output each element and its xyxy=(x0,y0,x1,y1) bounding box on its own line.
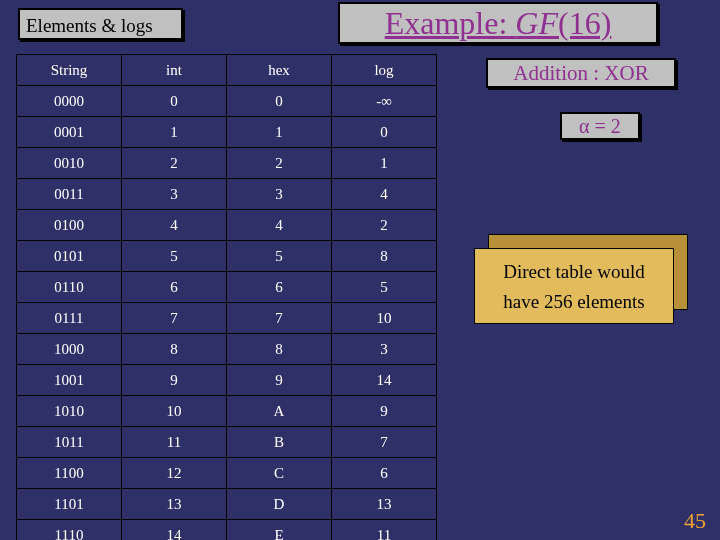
direct-line1: Direct table would xyxy=(475,257,673,287)
table-row: 0011334 xyxy=(17,179,437,210)
table-cell: 6 xyxy=(332,458,437,489)
col-log: log xyxy=(332,55,437,86)
table-cell: 4 xyxy=(332,179,437,210)
col-string: String xyxy=(17,55,122,86)
table-row: 0001110 xyxy=(17,117,437,148)
table-cell: 0 xyxy=(332,117,437,148)
table-cell: 9 xyxy=(227,365,332,396)
direct-table-front: Direct table would have 256 elements xyxy=(474,248,674,324)
table-cell: 10 xyxy=(122,396,227,427)
table-row: 111014E11 xyxy=(17,520,437,541)
table-row: 0110665 xyxy=(17,272,437,303)
table-row: 0101558 xyxy=(17,241,437,272)
table-cell: 0110 xyxy=(17,272,122,303)
table-cell: 8 xyxy=(122,334,227,365)
table-row: 0010221 xyxy=(17,148,437,179)
table-cell: 0111 xyxy=(17,303,122,334)
table-cell: 6 xyxy=(227,272,332,303)
table-cell: 14 xyxy=(332,365,437,396)
table-header-row: String int hex log xyxy=(17,55,437,86)
table-cell: 13 xyxy=(332,489,437,520)
table-cell: 0101 xyxy=(17,241,122,272)
table-cell: D xyxy=(227,489,332,520)
table-cell: 1010 xyxy=(17,396,122,427)
table-cell: 2 xyxy=(122,148,227,179)
table-cell: 9 xyxy=(122,365,227,396)
title-paren: (16) xyxy=(558,5,611,41)
table-row: 101010A9 xyxy=(17,396,437,427)
table-cell: 9 xyxy=(332,396,437,427)
title-gf: GF xyxy=(515,5,558,41)
page-number: 45 xyxy=(684,508,706,534)
table-cell: C xyxy=(227,458,332,489)
table-cell: 0011 xyxy=(17,179,122,210)
direct-line2: have 256 elements xyxy=(475,287,673,317)
table-row: 000000-∞ xyxy=(17,86,437,117)
table-cell: 11 xyxy=(332,520,437,541)
title-example: Example: xyxy=(385,5,516,41)
table-cell: 0100 xyxy=(17,210,122,241)
direct-table-box: Direct table would have 256 elements xyxy=(474,234,694,330)
col-int: int xyxy=(122,55,227,86)
table-cell: 1110 xyxy=(17,520,122,541)
table-cell: 1101 xyxy=(17,489,122,520)
col-hex: hex xyxy=(227,55,332,86)
table-cell: 10 xyxy=(332,303,437,334)
table-cell: 5 xyxy=(227,241,332,272)
title-box: Example: GF(16) xyxy=(338,2,658,44)
table-cell: 13 xyxy=(122,489,227,520)
table-cell: 7 xyxy=(227,303,332,334)
table-cell: 1011 xyxy=(17,427,122,458)
table-cell: 0000 xyxy=(17,86,122,117)
slide: Elements & logs Example: GF(16) Addition… xyxy=(0,0,720,540)
table-cell: 0 xyxy=(122,86,227,117)
gf-table-head: String int hex log xyxy=(17,55,437,86)
gf-table-body: 000000-∞00011100010221001133401004420101… xyxy=(17,86,437,541)
table-cell: 7 xyxy=(332,427,437,458)
table-row: 10019914 xyxy=(17,365,437,396)
table-cell: 1 xyxy=(122,117,227,148)
table-cell: 0001 xyxy=(17,117,122,148)
table-row: 101111B7 xyxy=(17,427,437,458)
table-cell: 1 xyxy=(227,117,332,148)
table-cell: 0 xyxy=(227,86,332,117)
table-cell: B xyxy=(227,427,332,458)
table-cell: 4 xyxy=(122,210,227,241)
table-row: 110113D13 xyxy=(17,489,437,520)
table-cell: E xyxy=(227,520,332,541)
table-cell: 1001 xyxy=(17,365,122,396)
elements-label-box: Elements & logs xyxy=(18,8,183,40)
table-row: 110012C6 xyxy=(17,458,437,489)
table-cell: 0010 xyxy=(17,148,122,179)
table-cell: 8 xyxy=(227,334,332,365)
table-cell: 2 xyxy=(332,210,437,241)
table-cell: 1 xyxy=(332,148,437,179)
table-cell: 3 xyxy=(227,179,332,210)
table-cell: 5 xyxy=(332,272,437,303)
gf-table: String int hex log 000000-∞0001110001022… xyxy=(16,54,437,540)
table-cell: 1100 xyxy=(17,458,122,489)
table-row: 0100442 xyxy=(17,210,437,241)
table-cell: A xyxy=(227,396,332,427)
table-row: 01117710 xyxy=(17,303,437,334)
table-cell: 8 xyxy=(332,241,437,272)
table-row: 1000883 xyxy=(17,334,437,365)
table-cell: 2 xyxy=(227,148,332,179)
table-cell: 3 xyxy=(122,179,227,210)
table-cell: 3 xyxy=(332,334,437,365)
alpha-box: α = 2 xyxy=(560,112,640,140)
table-cell: 4 xyxy=(227,210,332,241)
table-cell: 12 xyxy=(122,458,227,489)
table-cell: 14 xyxy=(122,520,227,541)
table-cell: 7 xyxy=(122,303,227,334)
addition-box: Addition : XOR xyxy=(486,58,676,88)
table-cell: -∞ xyxy=(332,86,437,117)
table-cell: 5 xyxy=(122,241,227,272)
table-cell: 6 xyxy=(122,272,227,303)
table-cell: 1000 xyxy=(17,334,122,365)
table-cell: 11 xyxy=(122,427,227,458)
